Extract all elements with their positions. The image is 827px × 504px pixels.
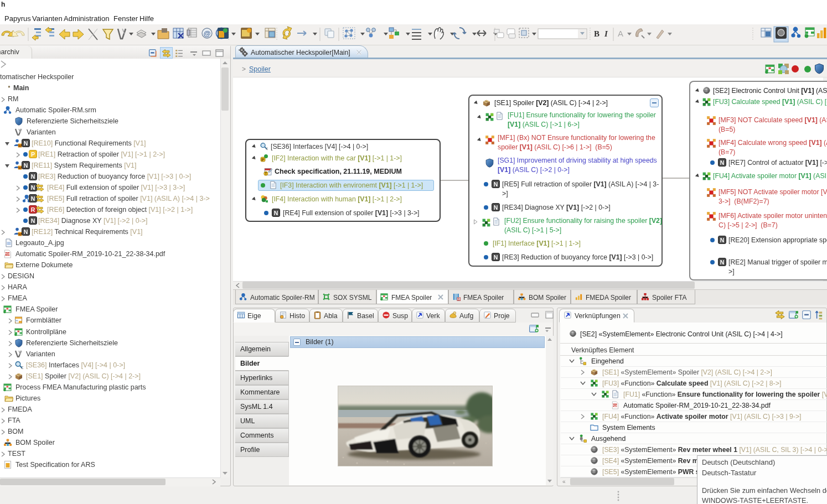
svg-text:I: I	[604, 29, 608, 38]
svg-text:B: B	[594, 29, 599, 38]
svg-text:@: @	[204, 29, 211, 38]
svg-text:A: A	[618, 29, 623, 38]
